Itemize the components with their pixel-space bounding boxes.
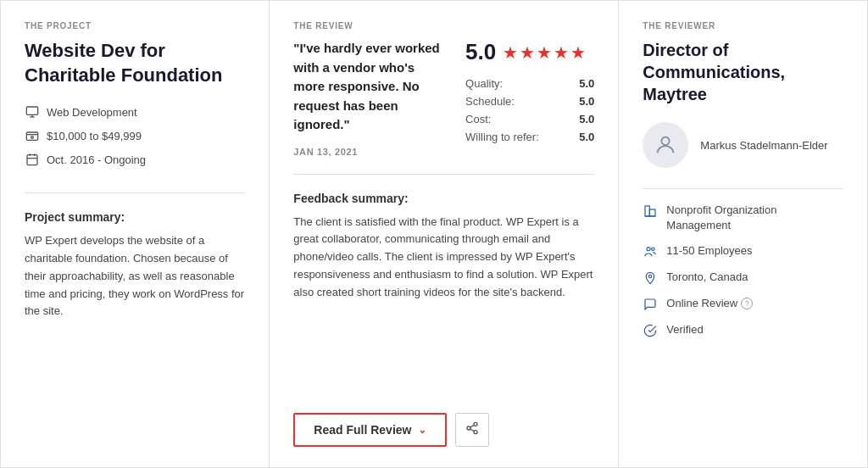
location-icon	[643, 270, 658, 286]
meta-service: Web Development	[25, 104, 245, 120]
avatar	[643, 122, 688, 168]
project-title: Website Dev for Charitable Foundation	[25, 39, 245, 87]
quality-value: 5.0	[579, 77, 594, 90]
cost-value: 5.0	[579, 113, 594, 125]
reviewer-title: Director of Communications, Maytree	[643, 39, 843, 105]
detail-location: Toronto, Canada	[643, 270, 843, 286]
detail-industry: Nonprofit Organization Management	[643, 203, 843, 233]
person-icon	[654, 133, 677, 157]
score-quality: Quality: 5.0	[465, 77, 594, 90]
review-quote-block: "I've hardly ever worked with a vendor w…	[293, 39, 448, 157]
svg-point-9	[474, 422, 477, 426]
check-circle-icon	[643, 323, 658, 338]
location-text: Toronto, Canada	[666, 270, 748, 285]
svg-rect-15	[645, 206, 649, 216]
svg-point-18	[647, 248, 650, 251]
meta-date: Oct. 2016 - Ongoing	[25, 152, 245, 167]
score-cost: Cost: 5.0	[465, 113, 594, 125]
share-button[interactable]	[455, 413, 489, 447]
star-rating: ★★★★★	[503, 42, 587, 63]
project-column: THE PROJECT Website Dev for Charitable F…	[1, 1, 270, 467]
overall-score-row: 5.0 ★★★★★	[465, 39, 594, 65]
chat-icon	[643, 297, 658, 312]
schedule-value: 5.0	[579, 95, 594, 108]
meta-service-text: Web Development	[47, 106, 137, 119]
reviewer-divider	[643, 188, 843, 189]
svg-rect-16	[650, 209, 656, 216]
schedule-label: Schedule:	[465, 95, 515, 108]
score-schedule: Schedule: 5.0	[465, 95, 594, 108]
detail-verified: Verified	[643, 322, 843, 338]
detail-employees: 11-50 Employees	[643, 243, 843, 259]
svg-point-11	[474, 431, 477, 434]
project-section-label: THE PROJECT	[25, 21, 245, 31]
read-full-review-button[interactable]: Read Full Review ⌄	[293, 413, 447, 447]
review-column: THE REVIEW "I've hardly ever worked with…	[270, 1, 619, 467]
calendar-icon	[25, 152, 40, 167]
meta-budget: $10,000 to $49,999	[25, 128, 245, 143]
refer-label: Willing to refer:	[465, 131, 539, 143]
reviewer-name: Markus Stadelmann-Elder	[700, 139, 827, 152]
svg-rect-0	[26, 107, 37, 114]
svg-point-10	[467, 426, 470, 430]
svg-point-4	[31, 136, 34, 139]
building-icon	[643, 203, 658, 219]
review-date: JAN 13, 2021	[293, 147, 448, 157]
project-summary-text: WP Expert develops the website of a char…	[25, 232, 245, 320]
verified-text: Verified	[666, 322, 703, 337]
question-mark-icon[interactable]: ?	[741, 298, 753, 309]
project-summary-label: Project summary:	[25, 210, 245, 224]
quality-label: Quality:	[465, 77, 503, 90]
review-section-label: THE REVIEW	[293, 21, 594, 31]
score-refer: Willing to refer: 5.0	[465, 131, 594, 143]
share-icon	[465, 421, 479, 438]
refer-value: 5.0	[579, 131, 594, 143]
review-scores-block: 5.0 ★★★★★ Quality: 5.0 Schedule: 5.0 Cos…	[465, 39, 594, 148]
reviewer-section-label: THE REVIEWER	[643, 21, 843, 31]
action-bar: Read Full Review ⌄	[293, 396, 594, 447]
svg-line-12	[470, 429, 475, 432]
cost-label: Cost:	[465, 113, 491, 125]
meta-budget-text: $10,000 to $49,999	[47, 130, 142, 142]
feedback-label: Feedback summary:	[293, 192, 594, 205]
avatar-row: Markus Stadelmann-Elder	[643, 122, 843, 168]
review-top-area: "I've hardly ever worked with a vendor w…	[293, 39, 594, 157]
svg-rect-5	[27, 155, 37, 165]
review-type-text: Online Review ?	[666, 296, 753, 311]
meta-date-text: Oct. 2016 - Ongoing	[47, 153, 146, 166]
svg-point-19	[652, 248, 654, 250]
review-divider	[293, 174, 594, 175]
industry-text: Nonprofit Organization Management	[666, 203, 843, 233]
review-quote-text: "I've hardly ever worked with a vendor w…	[293, 39, 448, 135]
chevron-down-icon: ⌄	[418, 424, 426, 436]
svg-line-13	[470, 425, 475, 427]
detail-review-type: Online Review ?	[643, 296, 843, 312]
reviewer-column: THE REVIEWER Director of Communications,…	[619, 1, 867, 467]
monitor-icon	[25, 104, 40, 120]
feedback-text: The client is satisfied with the final p…	[293, 214, 594, 302]
employees-text: 11-50 Employees	[666, 243, 752, 259]
svg-point-20	[649, 276, 652, 278]
budget-icon	[25, 128, 40, 143]
svg-point-14	[662, 137, 670, 145]
overall-score-number: 5.0	[465, 39, 496, 65]
people-icon	[643, 244, 658, 259]
project-divider	[25, 192, 245, 193]
read-review-label: Read Full Review	[314, 423, 411, 437]
